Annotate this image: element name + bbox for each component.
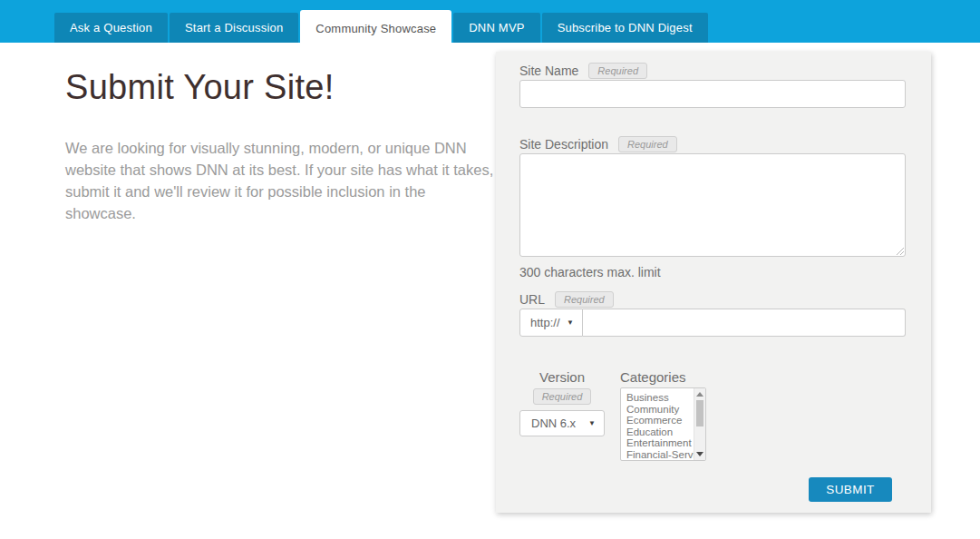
tab-bar: Ask a QuestionStart a DiscussionCommunit…: [54, 10, 708, 43]
url-protocol-select[interactable]: http:// ▼: [519, 309, 583, 337]
category-option[interactable]: Ecommerce: [626, 415, 694, 426]
site-description-label-row: Site Description Required: [519, 135, 907, 153]
spacer: [519, 108, 907, 135]
intro-section: Submit Your Site! We are looking for vis…: [65, 68, 499, 224]
nav-tab[interactable]: Ask a Question: [54, 13, 168, 43]
submit-site-form: Site Name Required Site Description Requ…: [496, 52, 931, 513]
nav-tab[interactable]: Subscribe to DNN Digest: [542, 13, 708, 43]
site-name-input[interactable]: [519, 80, 906, 108]
nav-tab[interactable]: DNN MVP: [453, 13, 539, 43]
site-description-label: Site Description: [519, 137, 608, 152]
required-badge: Required: [588, 63, 647, 79]
nav-tab[interactable]: Community Showcase: [300, 10, 451, 44]
url-row: http:// ▼: [519, 309, 906, 337]
version-group: Version Required DNN 6.x ▼: [519, 369, 605, 436]
url-label-row: URL Required: [519, 290, 907, 309]
category-option[interactable]: Business: [626, 392, 694, 404]
category-option[interactable]: Entertainment: [626, 437, 694, 449]
scrollbar-thumb[interactable]: [696, 400, 703, 426]
submit-button[interactable]: SUBMIT: [809, 477, 892, 502]
top-nav-bar: Ask a QuestionStart a DiscussionCommunit…: [0, 0, 980, 43]
categories-group: Categories BusinessCommunityEcommerceEdu…: [620, 369, 706, 461]
site-description-textarea[interactable]: [519, 153, 906, 257]
version-value: DNN 6.x: [531, 416, 576, 430]
category-option[interactable]: Community: [626, 404, 694, 416]
site-name-label: Site Name: [519, 64, 578, 78]
page-title: Submit Your Site!: [65, 68, 499, 107]
spacer: [519, 279, 907, 290]
version-label: Version: [519, 369, 605, 385]
chevron-down-icon: ▼: [567, 318, 574, 327]
url-label: URL: [519, 292, 545, 307]
listbox-scrollbar[interactable]: [694, 388, 705, 460]
url-protocol-value: http://: [530, 316, 560, 329]
required-badge: Required: [533, 388, 592, 405]
scroll-down-icon[interactable]: [696, 452, 703, 456]
nav-tab[interactable]: Start a Discussion: [170, 13, 298, 43]
url-input[interactable]: [583, 309, 906, 337]
version-select[interactable]: DNN 6.x ▼: [519, 410, 605, 436]
categories-listbox[interactable]: BusinessCommunityEcommerceEducationEnter…: [620, 387, 706, 461]
intro-text: We are looking for visually stunning, mo…: [65, 137, 499, 224]
category-option[interactable]: Financial-Services: [626, 449, 694, 461]
char-limit-hint: 300 characters max. limit: [519, 265, 907, 279]
category-option[interactable]: Education: [626, 426, 694, 438]
required-badge: Required: [618, 136, 677, 152]
required-badge: Required: [555, 291, 614, 308]
categories-label: Categories: [620, 369, 706, 385]
chevron-down-icon: ▼: [588, 419, 596, 427]
page: Ask a QuestionStart a DiscussionCommunit…: [0, 0, 980, 539]
site-name-label-row: Site Name Required: [519, 62, 907, 80]
site-description-wrap: [519, 153, 906, 257]
scroll-up-icon[interactable]: [696, 392, 703, 397]
